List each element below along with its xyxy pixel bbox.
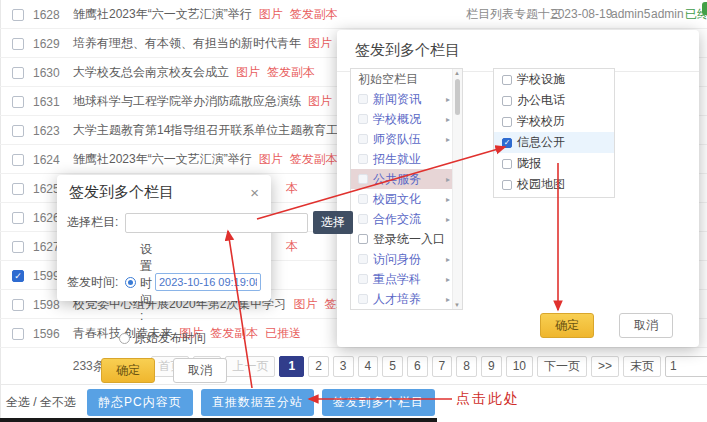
row-checkbox[interactable] [12,299,24,311]
column-tree-item[interactable]: 招生就业 [351,149,453,169]
page-number-button[interactable]: 7 [432,356,453,377]
column-select-input[interactable] [125,213,308,233]
sign-time-input[interactable] [155,273,261,291]
column-tree-item[interactable]: 合作交流▸ [351,209,453,229]
row-tag: 签发副本 [290,7,338,21]
next-page-button[interactable]: 下一页 [537,356,587,377]
sub-column-item[interactable]: 学校校历 [494,111,614,132]
sub-column-item[interactable]: 学校设施 [494,69,614,90]
last-page-button[interactable]: 末页 [623,356,661,377]
row-checkbox[interactable] [12,67,24,79]
page-number-button[interactable]: 9 [481,356,502,377]
row-title[interactable]: 雏鹰社2023年“六一文艺汇演”举行 [73,152,252,166]
column-tree-item[interactable]: 登录统一入口 [351,229,453,249]
row-checkbox[interactable] [12,270,24,282]
chevron-right-icon: ▸ [446,195,450,204]
row-title[interactable]: 大学校友总会南京校友会成立 [73,65,229,79]
page-number-button[interactable]: 5 [382,356,403,377]
cancel-button[interactable]: 取消 [173,358,227,383]
confirm-button[interactable]: 确定 [101,358,155,383]
set-time-radio[interactable] [125,277,136,288]
sub-column-checkbox[interactable] [502,159,512,169]
column-checkbox[interactable] [358,114,368,124]
sign-to-multi-columns-button[interactable]: 签发到多个栏目 [322,389,435,416]
row-id: 1629 [33,30,67,58]
sub-column-item[interactable]: 陇报 [494,153,614,174]
cancel-button[interactable]: 取消 [619,313,673,338]
row-checkbox[interactable] [12,125,24,137]
column-tree-item[interactable]: 学校概况▸ [351,109,453,129]
status-edge-button[interactable] [702,2,707,15]
column-checkbox[interactable] [358,194,368,204]
column-checkbox[interactable] [358,294,368,304]
push-data-button[interactable]: 直推数据至分站 [201,389,314,416]
sub-column-item[interactable]: 校园地图 [494,174,614,195]
page-number-button[interactable]: 6 [407,356,428,377]
sub-column-item[interactable]: 办公电话 [494,90,614,111]
column-tree-item[interactable]: 重点学科▸ [351,269,453,289]
row-checkbox[interactable] [12,154,24,166]
column-checkbox[interactable] [358,134,368,144]
page-number-button[interactable]: 8 [456,356,477,377]
row-checkbox[interactable] [12,38,24,50]
column-label: 公共服务 [373,171,421,188]
row-checkbox[interactable] [12,96,24,108]
sub-column-checkbox[interactable] [502,180,512,190]
sub-column-checkbox[interactable] [502,138,512,148]
column-tree-item[interactable]: 初始空栏目 [351,69,453,89]
sub-column-checkbox[interactable] [502,117,512,127]
row-editor: admin [651,0,684,28]
column-checkbox[interactable] [358,154,368,164]
row-tags: 本 [279,239,298,253]
column-tree-panel: 初始空栏目新闻资讯▸学校概况▸师资队伍▸招生就业公共服务▸校园文化▸合作交流▸登… [350,68,463,310]
goto-page-input[interactable] [665,356,707,377]
static-pc-page-button[interactable]: 静态PC内容页 [87,389,193,416]
chevron-right-icon: ▸ [446,255,450,264]
row-checkbox[interactable] [12,9,24,21]
scrollbar[interactable] [452,69,462,309]
row-checkbox[interactable] [12,328,24,340]
sub-column-checkbox[interactable] [502,75,512,85]
row-checkbox[interactable] [12,241,24,253]
column-checkbox[interactable] [358,234,368,244]
page-number-button[interactable]: 3 [333,356,354,377]
row-tags: 图片签发副本 [229,65,315,79]
close-icon[interactable]: × [250,185,259,200]
row-title[interactable]: 地球科学与工程学院举办消防疏散应急演练 [73,94,301,108]
page-number-button[interactable]: 1 [279,356,304,377]
original-time-option-label: 原始发布时间 [134,330,206,347]
sub-column-label: 学校校历 [517,113,565,130]
table-row[interactable]: 1628雏鹰社2023年“六一文艺汇演”举行图片签发副本栏目列表专题十三2023… [0,0,707,29]
row-id: 1596 [33,320,67,348]
column-tree-item[interactable]: 访问身份▸ [351,249,453,269]
column-checkbox[interactable] [358,94,368,104]
column-tree-item[interactable]: 人才培养▸ [351,289,453,309]
row-id: 1630 [33,59,67,87]
scrollbar-thumb[interactable] [455,79,460,115]
sub-column-checkbox[interactable] [502,96,512,106]
row-title[interactable]: 雏鹰社2023年“六一文艺汇演”举行 [73,7,252,21]
row-checkbox[interactable] [12,183,24,195]
sub-column-item[interactable]: 信息公开 [494,132,614,153]
column-tree-item[interactable]: 校园文化▸ [351,189,453,209]
select-all-toggle[interactable]: 全选 / 全不选 [6,394,76,411]
row-title[interactable]: 培养有理想、有本领、有担当的新时代青年 [73,36,301,50]
row-checkbox[interactable] [12,212,24,224]
column-checkbox[interactable] [358,174,368,184]
fast-next-button[interactable]: >> [591,356,619,377]
page-number-button[interactable]: 4 [358,356,379,377]
row-id: 1631 [33,88,67,116]
column-checkbox[interactable] [358,214,368,224]
row-tag: 图片 [259,152,283,166]
original-time-radio[interactable] [119,333,130,344]
column-checkbox[interactable] [358,254,368,264]
confirm-button[interactable]: 确定 [540,313,594,338]
page-number-button[interactable]: 10 [506,356,533,377]
column-checkbox[interactable] [358,274,368,284]
column-tree-item[interactable]: 新闻资讯▸ [351,89,453,109]
sign-time-label: 签发时间: [67,274,125,291]
page-number-button[interactable]: 2 [308,356,329,377]
column-tree-item[interactable]: 师资队伍▸ [351,129,453,149]
choose-button[interactable]: 选择 [313,211,353,234]
column-tree-item[interactable]: 公共服务▸ [351,169,453,189]
